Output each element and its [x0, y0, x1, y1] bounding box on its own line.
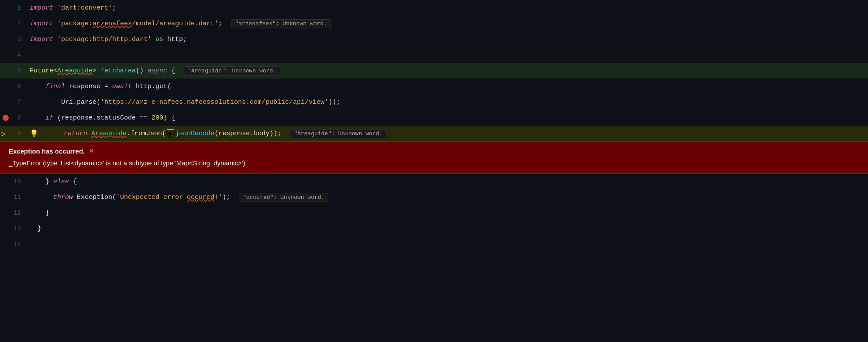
code-line-2: 2 import 'package:arzenafees/model/areag… — [0, 16, 868, 31]
code-line-7: 7 Uri.parse('https://arz-e-nafees.nafees… — [0, 94, 868, 110]
gutter-12: 12 — [0, 205, 26, 221]
hint-areaguide-5: "Areaguide": Unknown word. — [184, 66, 280, 75]
code-line-13: 13 } — [0, 221, 868, 236]
line-10-content: } else { — [26, 177, 868, 186]
gutter-10: 10 — [0, 174, 26, 189]
gutter-8: 8 — [0, 110, 26, 126]
line-9-content: 💡 return Areaguide.fromJson(▶jsonDecode(… — [26, 128, 868, 139]
code-area: 1 import 'dart:convert'; 2 import 'packa… — [0, 0, 868, 342]
code-editor: 1 import 'dart:convert'; 2 import 'packa… — [0, 0, 868, 342]
gutter-7: 7 — [0, 94, 26, 110]
code-line-11: 11 throw Exception('Unexpected error occ… — [0, 189, 868, 205]
hint-areaguide-9: "Areaguide": Unknown word. — [290, 129, 386, 138]
hint-arzenafees: "arzenafees": Unknown word. — [231, 19, 331, 28]
gutter-13: 13 — [0, 221, 26, 236]
line-6-content: final response = await http.get( — [26, 82, 868, 91]
play-inline-icon: ▶ — [167, 129, 174, 138]
gutter-3: 3 — [0, 31, 26, 47]
code-line-4: 4 — [0, 47, 868, 63]
exception-panel: Exception has occurred. × _TypeError (ty… — [0, 141, 868, 174]
exception-title: Exception has occurred. — [9, 147, 85, 155]
gutter-6: 6 — [0, 79, 26, 94]
gutter-1: 1 — [0, 0, 26, 16]
gutter-2: 2 — [0, 16, 26, 31]
hint-occured: "occured": Unknown word. — [239, 193, 328, 202]
line-1-content: import 'dart:convert'; — [26, 3, 868, 13]
line-5-content: Future<Areaguide> fetcharea() async { "A… — [26, 65, 868, 76]
code-line-10: 10 } else { — [0, 174, 868, 189]
exception-close-button[interactable]: × — [89, 147, 94, 156]
line-7-content: Uri.parse('https://arz-e-nafees.nafeesso… — [26, 98, 868, 107]
gutter-11: 11 — [0, 189, 26, 205]
line-11-content: throw Exception('Unexpected error occure… — [26, 192, 868, 203]
code-line-5: 5 Future<Areaguide> fetcharea() async { … — [0, 63, 868, 79]
code-line-1: 1 import 'dart:convert'; — [0, 0, 868, 16]
gutter-5: 5 — [0, 63, 26, 79]
exception-title-row: Exception has occurred. × — [9, 147, 859, 156]
code-line-9: ▷ 9 💡 return Areaguide.fromJson(▶jsonDec… — [0, 126, 868, 141]
code-line-6: 6 final response = await http.get( — [0, 79, 868, 94]
gutter-4: 4 — [0, 47, 26, 63]
line-3-content: import 'package:http/http.dart' as http; — [26, 35, 868, 44]
code-line-12: 12 } — [0, 205, 868, 221]
breakpoint-dot[interactable] — [3, 115, 9, 121]
execution-arrow: ▷ — [1, 129, 6, 138]
line-2-content: import 'package:arzenafees/model/areagui… — [26, 18, 868, 29]
code-line-14: 14 — [0, 236, 868, 252]
line-14-content — [26, 243, 868, 245]
line-8-content: if (response.statusCode == 200) { — [26, 113, 868, 123]
bulb-icon[interactable]: 💡 — [30, 129, 38, 138]
exception-message: _TypeError (type 'List<dynamic>' is not … — [9, 159, 859, 167]
line-13-content: } — [26, 224, 868, 233]
line-4-content — [26, 54, 868, 56]
line-12-content: } — [26, 209, 868, 218]
code-line-3: 3 import 'package:http/http.dart' as htt… — [0, 31, 868, 47]
gutter-9: ▷ 9 — [0, 126, 26, 141]
code-line-8: 8 if (response.statusCode == 200) { — [0, 110, 868, 126]
gutter-14: 14 — [0, 236, 26, 252]
